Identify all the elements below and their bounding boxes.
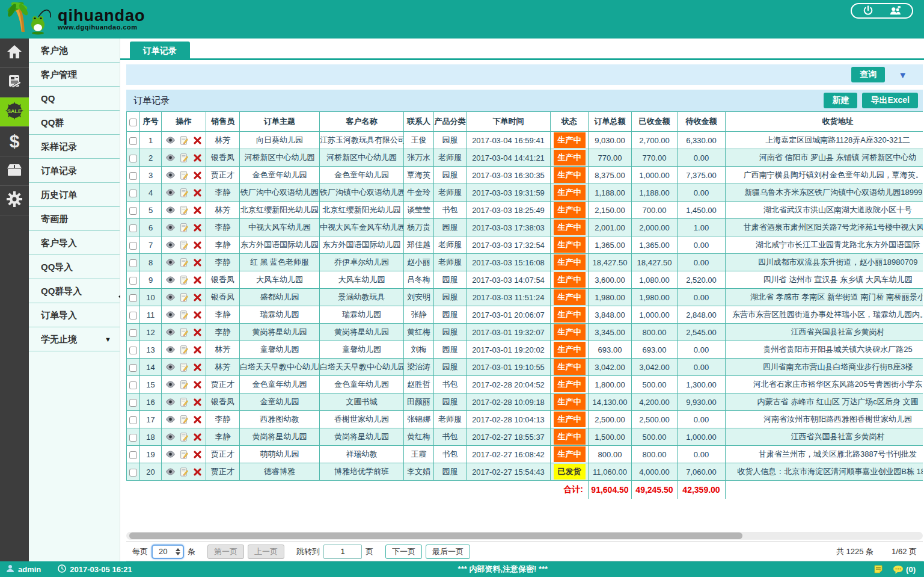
delete-icon[interactable]: [194, 294, 201, 301]
jump-page-input[interactable]: [323, 545, 362, 559]
edit-icon[interactable]: [180, 171, 188, 180]
new-button[interactable]: 新建: [824, 93, 857, 108]
delete-icon[interactable]: [194, 206, 201, 214]
row-checkbox[interactable]: [129, 451, 137, 459]
row-checkbox[interactable]: [129, 172, 137, 180]
view-eye-icon[interactable]: [166, 276, 175, 283]
row-checkbox[interactable]: [129, 155, 137, 162]
edit-icon[interactable]: [180, 467, 188, 477]
expand-filter-caret-icon[interactable]: ▼: [898, 70, 907, 80]
edit-icon[interactable]: [180, 415, 188, 424]
view-eye-icon[interactable]: [166, 468, 175, 475]
delete-icon[interactable]: [194, 381, 201, 389]
view-eye-icon[interactable]: [166, 171, 175, 179]
view-eye-icon[interactable]: [166, 294, 175, 301]
view-eye-icon[interactable]: [166, 329, 175, 336]
delete-icon[interactable]: [194, 468, 201, 476]
row-checkbox[interactable]: [129, 242, 137, 250]
horizontal-scrollbar-thumb[interactable]: [129, 532, 742, 539]
delete-icon[interactable]: [194, 154, 201, 162]
note-icon[interactable]: [874, 564, 883, 574]
last-page-button[interactable]: 最后一页: [426, 545, 470, 559]
row-checkbox[interactable]: [129, 381, 137, 389]
delete-icon[interactable]: [194, 329, 201, 336]
delete-icon[interactable]: [194, 259, 201, 267]
view-eye-icon[interactable]: [166, 224, 175, 231]
row-checkbox[interactable]: [129, 469, 137, 477]
search-button[interactable]: 查询: [851, 67, 885, 82]
row-checkbox[interactable]: [129, 294, 137, 302]
tab-order-records[interactable]: 订单记录: [130, 42, 190, 60]
edit-icon[interactable]: [180, 433, 188, 442]
edit-icon[interactable]: [180, 450, 188, 459]
row-checkbox[interactable]: [129, 416, 137, 424]
view-eye-icon[interactable]: [166, 206, 175, 214]
delete-icon[interactable]: [194, 433, 201, 441]
edit-icon[interactable]: [180, 380, 188, 389]
edit-icon[interactable]: [180, 188, 188, 197]
edit-icon[interactable]: [180, 206, 188, 215]
edit-icon[interactable]: [180, 223, 188, 232]
sidebar-item[interactable]: 采样记录: [29, 135, 120, 159]
view-eye-icon[interactable]: [166, 363, 175, 371]
chat-bubble-icon[interactable]: [893, 565, 904, 574]
delete-icon[interactable]: [194, 241, 201, 249]
row-checkbox[interactable]: [129, 277, 137, 285]
edit-icon[interactable]: [180, 398, 188, 407]
view-eye-icon[interactable]: [166, 398, 175, 406]
users-icon[interactable]: [889, 5, 901, 16]
view-eye-icon[interactable]: [166, 259, 175, 266]
rail-news[interactable]: [0, 68, 29, 97]
sidebar-item[interactable]: 学无止境▼: [29, 327, 120, 351]
rail-box[interactable]: [0, 156, 29, 186]
delete-icon[interactable]: [194, 398, 201, 406]
rail-home[interactable]: [0, 39, 29, 68]
edit-icon[interactable]: [180, 276, 188, 285]
view-eye-icon[interactable]: [166, 381, 175, 388]
sidebar-item[interactable]: 客户导入: [29, 231, 120, 255]
rail-settings[interactable]: [0, 186, 29, 215]
edit-icon[interactable]: [180, 328, 188, 337]
edit-icon[interactable]: [180, 345, 188, 354]
row-checkbox[interactable]: [129, 259, 137, 267]
prev-page-button[interactable]: 上一页: [248, 545, 284, 559]
power-icon[interactable]: [863, 5, 874, 16]
rail-sale[interactable]: SALE: [0, 97, 29, 127]
view-eye-icon[interactable]: [166, 241, 175, 248]
edit-icon[interactable]: [180, 363, 188, 372]
next-page-button[interactable]: 下一页: [385, 545, 422, 559]
sidebar-item[interactable]: 历史订单: [29, 183, 120, 207]
view-eye-icon[interactable]: [166, 433, 175, 440]
delete-icon[interactable]: [194, 363, 201, 371]
delete-icon[interactable]: [194, 346, 201, 354]
first-page-button[interactable]: 第一页: [207, 545, 244, 559]
row-checkbox[interactable]: [129, 364, 137, 372]
delete-icon[interactable]: [194, 171, 201, 179]
sidebar-item[interactable]: 客户池: [29, 39, 120, 63]
row-checkbox[interactable]: [129, 224, 137, 232]
select-all-checkbox[interactable]: [129, 119, 137, 126]
row-checkbox[interactable]: [129, 399, 137, 407]
delete-icon[interactable]: [194, 137, 201, 144]
delete-icon[interactable]: [194, 276, 201, 284]
edit-icon[interactable]: [180, 310, 188, 319]
row-checkbox[interactable]: [129, 347, 137, 354]
edit-icon[interactable]: [180, 153, 188, 162]
row-checkbox[interactable]: [129, 190, 137, 197]
per-page-select[interactable]: 20: [151, 545, 184, 559]
sidebar-item[interactable]: QQ: [29, 87, 120, 111]
sidebar-item[interactable]: 订单记录: [29, 159, 120, 183]
view-eye-icon[interactable]: [166, 416, 175, 423]
edit-icon[interactable]: [180, 293, 188, 302]
edit-icon[interactable]: [180, 258, 188, 267]
sidebar-item[interactable]: 客户管理: [29, 63, 120, 87]
view-eye-icon[interactable]: [166, 451, 175, 458]
row-checkbox[interactable]: [129, 312, 137, 319]
sidebar-item[interactable]: QQ群导入: [29, 279, 120, 303]
delete-icon[interactable]: [194, 224, 201, 232]
sidebar-item[interactable]: QQ导入: [29, 255, 120, 279]
delete-icon[interactable]: [194, 311, 201, 319]
sidebar-item[interactable]: 订单导入: [29, 303, 120, 327]
view-eye-icon[interactable]: [166, 189, 175, 196]
export-excel-button[interactable]: 导出Excel: [862, 93, 918, 108]
